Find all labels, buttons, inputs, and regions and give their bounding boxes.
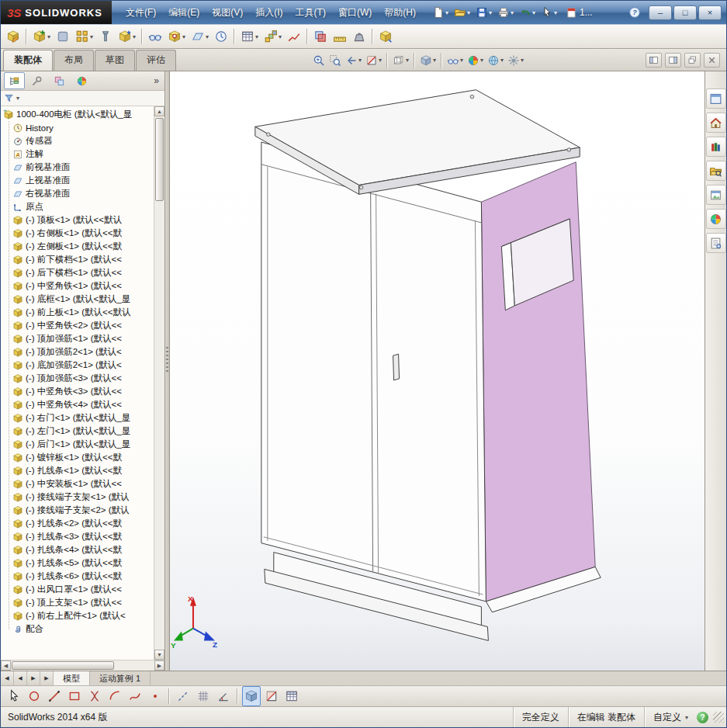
dropdown-arrow-icon[interactable]: ▾ [489,9,492,16]
point-tool[interactable] [146,686,164,706]
menu-insert[interactable]: 插入(I) [249,3,289,23]
tree-item-0[interactable]: History [12,121,154,134]
graphics-area[interactable]: X Y Z [170,71,704,671]
solidworks-resources[interactable] [706,113,726,133]
dropdown-arrow-icon[interactable]: ▾ [47,33,50,40]
dropdown-arrow-icon[interactable]: ▾ [685,714,688,721]
tree-item-3[interactable]: 前视基准面 [12,161,154,174]
linear-component-pattern[interactable]: ▾ [73,26,95,47]
menu-tools[interactable]: 工具(T) [289,3,332,23]
resize-grip-icon[interactable] [713,712,724,723]
tree-item-31[interactable]: (-) 扎线条<3> (默认<<默 [12,530,154,543]
view-settings[interactable]: ▾ [506,51,525,69]
appearances-scenes[interactable] [706,209,726,229]
zoom-fit[interactable] [311,51,327,69]
cabinet-right-panel-selected[interactable] [481,162,595,601]
tree-item-28[interactable]: (-) 接线端子支架<1> (默认 [12,491,154,504]
door-handle[interactable] [393,354,400,380]
hide-show-items[interactable]: ▾ [445,51,465,69]
tree-item-9[interactable]: (-) 左侧板<1> (默认<<默 [12,240,154,253]
measure[interactable] [331,26,349,47]
cabinet-front-face[interactable] [261,142,486,601]
tree-item-12[interactable]: (-) 中竖角铁<1> (默认<< [12,279,154,293]
pane-right[interactable] [665,53,681,68]
zoom-to-area[interactable] [327,51,343,69]
menu-help[interactable]: 帮助(H) [378,3,422,23]
spline-tool[interactable] [126,686,144,706]
dropdown-arrow-icon[interactable]: ▾ [532,9,535,16]
select-cursor[interactable]: ▾ [538,3,559,22]
configurationmanager[interactable] [49,72,70,89]
open-doc[interactable]: ▾ [452,3,473,22]
tree-item-36[interactable]: (-) 顶上支架<1> (默认<< [12,596,154,609]
dropdown-arrow-icon[interactable]: ▾ [206,33,209,40]
tree-item-32[interactable]: (-) 扎线条<4> (默认<<默 [12,543,154,556]
dropdown-arrow-icon[interactable]: ▾ [406,57,409,64]
table-tool[interactable] [282,686,301,706]
dropdown-arrow-icon[interactable]: ▾ [500,57,504,64]
trim-tool[interactable] [85,686,104,706]
view-orientation[interactable]: ▾ [391,51,410,69]
tree-item-20[interactable]: (-) 中竖角铁<3> (默认<< [12,385,154,398]
scrollbar-thumb[interactable] [12,661,114,670]
angle-tool[interactable] [214,686,233,706]
dropdown-arrow-icon[interactable]: ▾ [90,33,93,40]
appearancemanager[interactable] [71,72,92,89]
tab-evaluate[interactable]: 评估 [136,50,176,71]
tree-item-17[interactable]: (-) 顶加强筋2<1> (默认< [12,345,154,359]
insert-components[interactable]: ▾ [30,26,53,47]
next-tab-button[interactable]: ▶ [27,671,40,685]
tree-item-7[interactable]: (-) 顶板<1> (默认<<默认 [12,213,154,227]
tree-item-2[interactable]: A注解 [12,147,154,161]
dropdown-arrow-icon[interactable]: ▾ [445,9,448,16]
taskpane-window[interactable] [706,88,726,109]
tree-item-4[interactable]: 上视基准面 [12,174,154,187]
tree-item-19[interactable]: (-) 顶加强筋<3> (默认<< [12,372,154,385]
tree-item-21[interactable]: (-) 中竖角铁<4> (默认<< [12,398,154,411]
tree-item-16[interactable]: (-) 顶加强筋<1> (默认<< [12,332,154,345]
customize-statusbar-button[interactable]: 自定义▾ [644,707,697,727]
propertymanager[interactable] [26,72,47,89]
apply-scene[interactable]: ▾ [486,51,505,69]
menu-file[interactable]: 文件(F) [119,3,162,23]
undo[interactable]: ▾ [517,3,538,22]
dropdown-arrow-icon[interactable]: ▾ [16,95,19,102]
tree-item-29[interactable]: (-) 接线端子支架<2> (默认 [12,504,154,517]
tree-item-30[interactable]: (-) 扎线条<2> (默认<<默 [12,517,154,530]
dropdown-arrow-icon[interactable]: ▾ [358,57,362,64]
tree-item-22[interactable]: (-) 右门<1> (默认<默认_显 [12,411,154,425]
edit-component[interactable] [4,26,23,47]
last-tab-button[interactable]: ▶ [40,671,54,685]
panel-expand-chevron[interactable]: » [151,75,161,86]
tab-sketch[interactable]: 草图 [95,50,135,71]
tree-item-34[interactable]: (-) 扎线条<6> (默认<<默 [12,570,154,583]
assembly-features[interactable]: ▾ [165,26,188,47]
mass-properties[interactable] [350,26,369,47]
scroll-left-arrow[interactable]: ◀ [1,660,11,671]
maximize-button[interactable]: □ [673,5,697,20]
circle-tool[interactable] [25,686,43,706]
line-tool[interactable] [45,686,64,706]
edit-appearance[interactable]: ▾ [466,51,485,69]
tab-model[interactable]: 模型 [54,671,90,685]
exploded-view[interactable]: ▾ [261,26,284,47]
tree-item-6[interactable]: 原点 [12,200,154,213]
arc-tool[interactable] [106,686,124,706]
display-style[interactable]: ▾ [418,51,438,69]
reference-geometry[interactable]: ▾ [189,26,211,47]
new-doc[interactable]: ▾ [430,3,451,22]
dropdown-arrow-icon[interactable]: ▾ [255,33,258,40]
tree-item-5[interactable]: 右视基准面 [12,187,154,200]
minimize-button[interactable]: – [649,5,672,20]
new-motion-study[interactable] [212,26,230,47]
first-tab-button[interactable]: ◀ [1,671,14,685]
dropdown-arrow-icon[interactable]: ▾ [279,33,282,40]
dropdown-arrow-icon[interactable]: ▾ [433,57,436,64]
tree-item-24[interactable]: (-) 后门<1> (默认<默认_显 [12,438,154,451]
tree-item-15[interactable]: (-) 中竖角铁<2> (默认<< [12,319,154,332]
scrollbar-thumb[interactable] [155,118,164,201]
tree-item-10[interactable]: (-) 前下横档<1> (默认<< [12,253,154,266]
section-tool[interactable] [262,686,281,706]
smart-fasteners[interactable] [96,26,115,47]
model-viewport[interactable]: X Y Z [170,71,704,671]
